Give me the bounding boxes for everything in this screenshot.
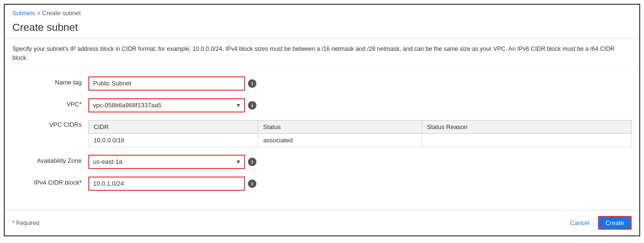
ipv4-cidr-info-icon[interactable]: i	[248, 179, 256, 188]
vpc-row: VPC* vpc-058b6a968f1337aa5 ▼ i	[12, 98, 632, 112]
az-info-icon[interactable]: i	[248, 158, 256, 166]
status-reason-cell	[422, 133, 632, 147]
cidr-cell: 10.0.0.0/16	[89, 133, 258, 147]
status-column-header: Status	[258, 120, 422, 133]
vpc-select[interactable]: vpc-058b6a968f1337aa5	[88, 98, 245, 112]
vpc-cidrs-table: CIDR Status Status Reason 10.0.0.0/16 as…	[88, 120, 632, 147]
vpc-controls: vpc-058b6a968f1337aa5 ▼ i	[88, 98, 256, 112]
name-tag-controls: i	[88, 76, 256, 91]
vpc-cidrs-label: VPC CIDRs	[12, 120, 88, 128]
vpc-cidrs-section: VPC CIDRs CIDR Status Status Reason 10.0…	[12, 120, 632, 147]
az-label: Availability Zone	[12, 155, 88, 164]
vpc-info-icon[interactable]: i	[248, 101, 256, 110]
name-tag-input[interactable]	[88, 76, 245, 91]
status-reason-column-header: Status Reason	[422, 120, 632, 133]
description-text: Specify your subnet's IP address block i…	[5, 39, 639, 69]
ipv4-cidr-input[interactable]	[88, 177, 245, 191]
az-select[interactable]: us-east-1a us-east-1b us-east-1c	[88, 155, 245, 169]
breadcrumb-separator: >	[37, 9, 42, 17]
page-title: Create subnet	[5, 19, 639, 39]
form-area: Name tag i VPC* vpc-058b6a968f1337aa5 ▼ …	[5, 69, 639, 210]
ipv4-cidr-controls: i	[88, 177, 256, 191]
status-cell: associated	[258, 133, 422, 147]
name-tag-info-icon[interactable]: i	[248, 79, 256, 88]
vpc-label: VPC*	[12, 98, 88, 108]
az-controls: us-east-1a us-east-1b us-east-1c ▼ i	[88, 155, 256, 169]
table-row: 10.0.0.0/16 associated	[89, 133, 632, 147]
breadcrumb-current: Create subnet	[42, 9, 81, 17]
footer: * Required Cancel Create	[5, 210, 639, 235]
cidr-column-header: CIDR	[89, 120, 258, 133]
cancel-button[interactable]: Cancel	[567, 217, 593, 228]
required-note: * Required	[12, 220, 39, 226]
ipv4-cidr-row: IPv4 CIDR block* i	[12, 177, 632, 191]
name-tag-label: Name tag	[12, 76, 88, 86]
breadcrumb-subnets-link[interactable]: Subnets	[12, 9, 35, 17]
create-button[interactable]: Create	[598, 216, 632, 230]
name-tag-row: Name tag i	[12, 76, 632, 91]
vpc-cidrs-label-row: VPC CIDRs CIDR Status Status Reason 10.0…	[12, 120, 632, 147]
az-select-wrap: us-east-1a us-east-1b us-east-1c ▼	[88, 155, 245, 169]
footer-buttons: Cancel Create	[567, 216, 632, 230]
ipv4-cidr-label: IPv4 CIDR block*	[12, 177, 88, 186]
vpc-select-wrap: vpc-058b6a968f1337aa5 ▼	[88, 98, 245, 112]
az-row: Availability Zone us-east-1a us-east-1b …	[12, 155, 632, 169]
breadcrumb: Subnets > Create subnet	[5, 5, 639, 19]
